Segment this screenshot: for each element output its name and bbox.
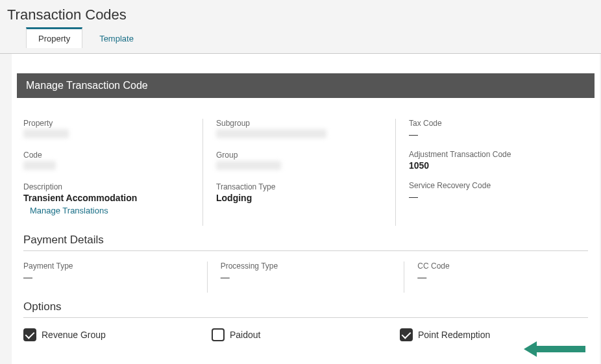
field-code: Code: [23, 151, 183, 172]
value-transaction-type: Lodging: [216, 193, 376, 203]
details-col-3: Tax Code — Adjustment Transaction Code 1…: [396, 119, 588, 226]
field-cc-code: CC Code —: [417, 261, 588, 282]
checkbox-revenue-group[interactable]: [23, 328, 36, 341]
tab-bar: Property Template: [6, 27, 595, 48]
label-payment-type: Payment Type: [23, 261, 194, 271]
payment-grid: Payment Type — Processing Type — CC Code…: [17, 251, 595, 293]
payment-col-1: Payment Type —: [23, 261, 208, 293]
label-transaction-type: Transaction Type: [216, 182, 376, 191]
checkbox-paidout[interactable]: [212, 328, 225, 341]
payment-col-3: CC Code —: [404, 261, 588, 293]
label-paidout: Paidout: [230, 330, 260, 340]
manage-banner: Manage Transaction Code: [17, 73, 595, 98]
value-property: [23, 129, 69, 138]
details-col-2: Subgroup Group Transaction Type Lodging: [203, 119, 396, 226]
value-service-recovery: —: [409, 191, 569, 202]
page-title: Transaction Codes: [6, 6, 595, 23]
payment-col-2: Processing Type —: [208, 261, 405, 293]
label-point-redemption: Point Redemption: [418, 330, 490, 340]
checkbox-point-redemption[interactable]: [400, 328, 413, 341]
label-property: Property: [23, 119, 183, 128]
page-header: Transaction Codes Property Template: [0, 6, 601, 54]
value-description: Transient Accommodation: [23, 193, 183, 203]
label-adjustment-code: Adjustment Transaction Code: [409, 150, 569, 159]
option-revenue-group: Revenue Group: [23, 328, 212, 341]
label-cc-code: CC Code: [417, 261, 588, 271]
payment-details-heading: Payment Details: [17, 226, 595, 250]
field-property: Property: [23, 119, 183, 140]
page-container: Transaction Codes Property Template Mana…: [0, 0, 601, 364]
field-subgroup: Subgroup: [216, 119, 376, 140]
value-adjustment-code: 1050: [409, 160, 569, 171]
tab-property[interactable]: Property: [26, 27, 82, 48]
details-grid: Property Code Description Transient Acco…: [17, 98, 595, 226]
field-processing-type: Processing Type —: [221, 261, 391, 282]
field-group: Group: [216, 151, 376, 172]
value-subgroup: [216, 129, 326, 138]
field-service-recovery: Service Recovery Code —: [409, 181, 569, 202]
content-area: Manage Transaction Code Property Code De…: [12, 54, 600, 364]
option-paidout: Paidout: [212, 328, 400, 341]
value-cc-code: —: [417, 272, 588, 282]
value-code: [23, 161, 56, 170]
value-group: [216, 161, 281, 170]
details-col-1: Property Code Description Transient Acco…: [23, 119, 203, 226]
content-inner: Manage Transaction Code Property Code De…: [12, 54, 600, 341]
label-description: Description: [23, 182, 183, 191]
label-code: Code: [23, 151, 183, 160]
options-heading: Options: [17, 293, 595, 317]
label-subgroup: Subgroup: [216, 119, 376, 128]
field-adjustment-code: Adjustment Transaction Code 1050: [409, 150, 569, 171]
field-description: Description Transient Accommodation Mana…: [23, 182, 183, 215]
field-payment-type: Payment Type —: [23, 261, 194, 282]
option-point-redemption: Point Redemption: [400, 328, 588, 341]
value-tax-code: —: [409, 129, 569, 140]
field-tax-code: Tax Code —: [409, 119, 569, 140]
options-row: Revenue Group Paidout Point Redemption: [17, 318, 595, 341]
label-revenue-group: Revenue Group: [42, 330, 106, 340]
label-processing-type: Processing Type: [221, 261, 391, 271]
label-service-recovery: Service Recovery Code: [409, 181, 569, 190]
label-tax-code: Tax Code: [409, 119, 569, 128]
field-transaction-type: Transaction Type Lodging: [216, 182, 376, 203]
value-processing-type: —: [221, 272, 391, 282]
label-group: Group: [216, 151, 376, 160]
manage-translations-link[interactable]: Manage Translations: [23, 206, 183, 215]
tab-template[interactable]: Template: [88, 27, 145, 48]
value-payment-type: —: [23, 272, 194, 282]
